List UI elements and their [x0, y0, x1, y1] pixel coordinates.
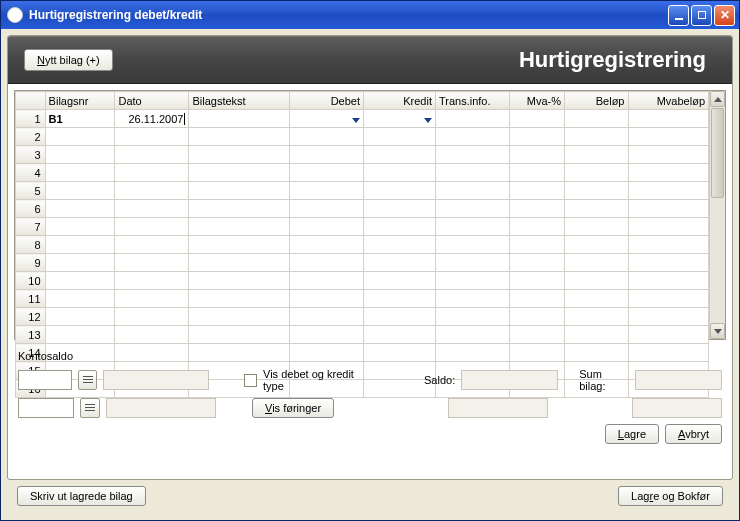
main-frame: Nytt bilag (+) Hurtigregistrering Bilags…	[7, 35, 733, 480]
scroll-down-button[interactable]	[710, 323, 725, 339]
titlebar: Hurtigregistrering debet/kredit ✕	[1, 1, 739, 29]
row-number: 13	[16, 326, 46, 344]
row-number: 6	[16, 200, 46, 218]
grid-wrap: Bilagsnr Dato Bilagstekst Debet Kredit T…	[8, 84, 732, 342]
row-number: 8	[16, 236, 46, 254]
table-row[interactable]: 2	[16, 128, 709, 146]
skriv-ut-button[interactable]: Skriv ut lagrede bilag	[17, 486, 146, 506]
scroll-track[interactable]	[710, 199, 725, 323]
saldo-value	[461, 370, 557, 390]
row-number: 7	[16, 218, 46, 236]
grid-corner	[16, 92, 46, 110]
cell-belop[interactable]	[565, 110, 628, 128]
list-icon	[83, 376, 93, 384]
lower-panel: Kontosaldo Vis debet og kredit type Sald…	[8, 342, 732, 454]
cell-mvabelop[interactable]	[628, 110, 709, 128]
close-button[interactable]: ✕	[714, 5, 735, 26]
col-kredit[interactable]: Kredit	[364, 92, 436, 110]
maximize-button[interactable]	[691, 5, 712, 26]
account1-name	[103, 370, 209, 390]
table-row[interactable]: 10	[16, 272, 709, 290]
table-row[interactable]: 1 B1 26.11.2007	[16, 110, 709, 128]
table-row[interactable]: 7	[16, 218, 709, 236]
table-row[interactable]: 11	[16, 290, 709, 308]
col-trans[interactable]: Trans.info.	[435, 92, 509, 110]
cell-bilagsnr[interactable]: B1	[45, 110, 115, 128]
avbryt-button[interactable]: Avbryt	[665, 424, 722, 444]
table-row[interactable]: 12	[16, 308, 709, 326]
account2-name	[106, 398, 216, 418]
scroll-up-button[interactable]	[710, 91, 725, 107]
list-icon	[85, 404, 95, 412]
scroll-thumb[interactable]	[711, 108, 724, 198]
cell-trans[interactable]	[435, 110, 509, 128]
cell-mva[interactable]	[510, 110, 565, 128]
table-row[interactable]: 6	[16, 200, 709, 218]
grid-container: Bilagsnr Dato Bilagstekst Debet Kredit T…	[14, 90, 726, 340]
sumbilag-label: Sum bilag:	[579, 368, 629, 392]
saldo-label: Saldo:	[424, 374, 455, 386]
col-mva[interactable]: Mva-%	[510, 92, 565, 110]
col-belop[interactable]: Beløp	[565, 92, 628, 110]
row-number: 1	[16, 110, 46, 128]
cell-bilagstekst[interactable]	[189, 110, 290, 128]
header-band: Nytt bilag (+) Hurtigregistrering	[8, 36, 732, 84]
account1-lookup-button[interactable]	[78, 370, 97, 390]
vis-type-label: Vis debet og kredit type	[263, 368, 374, 392]
row-number: 10	[16, 272, 46, 290]
row-number: 11	[16, 290, 46, 308]
table-row[interactable]: 4	[16, 164, 709, 182]
lagre-button[interactable]: Lagre	[605, 424, 659, 444]
row-number: 4	[16, 164, 46, 182]
col-bilagstekst[interactable]: Bilagstekst	[189, 92, 290, 110]
col-debet[interactable]: Debet	[289, 92, 363, 110]
app-icon	[7, 7, 23, 23]
app-window: Hurtigregistrering debet/kredit ✕ Nytt b…	[0, 0, 740, 521]
lagre-og-bokfor-button[interactable]: Lagre og Bokfør	[618, 486, 723, 506]
account2-lookup-button[interactable]	[80, 398, 100, 418]
cell-kredit[interactable]	[364, 110, 436, 128]
row-number: 9	[16, 254, 46, 272]
table-row[interactable]: 8	[16, 236, 709, 254]
grid-scrollbar[interactable]	[709, 91, 725, 339]
table-row[interactable]: 9	[16, 254, 709, 272]
cell-dato[interactable]: 26.11.2007	[115, 110, 189, 128]
page-heading: Hurtigregistrering	[113, 47, 716, 73]
table-row[interactable]: 13	[16, 326, 709, 344]
row-number: 3	[16, 146, 46, 164]
cell-debet[interactable]	[289, 110, 363, 128]
window-title: Hurtigregistrering debet/kredit	[29, 8, 668, 22]
vis-foringer-button[interactable]: Vis føringer	[252, 398, 334, 418]
row-number: 12	[16, 308, 46, 326]
account2-input[interactable]	[18, 398, 74, 418]
col-mvabelop[interactable]: Mvabeløp	[628, 92, 709, 110]
new-voucher-button[interactable]: Nytt bilag (+)	[24, 49, 113, 71]
account1-input[interactable]	[18, 370, 72, 390]
col-bilagsnr[interactable]: Bilagsnr	[45, 92, 115, 110]
row-number: 5	[16, 182, 46, 200]
extra2-value	[632, 398, 722, 418]
chevron-down-icon	[424, 118, 432, 123]
sumbilag-value	[635, 370, 722, 390]
chevron-down-icon	[352, 118, 360, 123]
bottom-bar: Skriv ut lagrede bilag Lagre og Bokfør	[7, 480, 733, 514]
content-area: Nytt bilag (+) Hurtigregistrering Bilags…	[1, 29, 739, 520]
window-buttons: ✕	[668, 5, 735, 26]
vis-type-checkbox[interactable]	[244, 374, 257, 387]
col-dato[interactable]: Dato	[115, 92, 189, 110]
table-row[interactable]: 3	[16, 146, 709, 164]
extra1-value	[448, 398, 548, 418]
kontosaldo-label: Kontosaldo	[18, 350, 722, 362]
table-row[interactable]: 5	[16, 182, 709, 200]
row-number: 2	[16, 128, 46, 146]
minimize-button[interactable]	[668, 5, 689, 26]
